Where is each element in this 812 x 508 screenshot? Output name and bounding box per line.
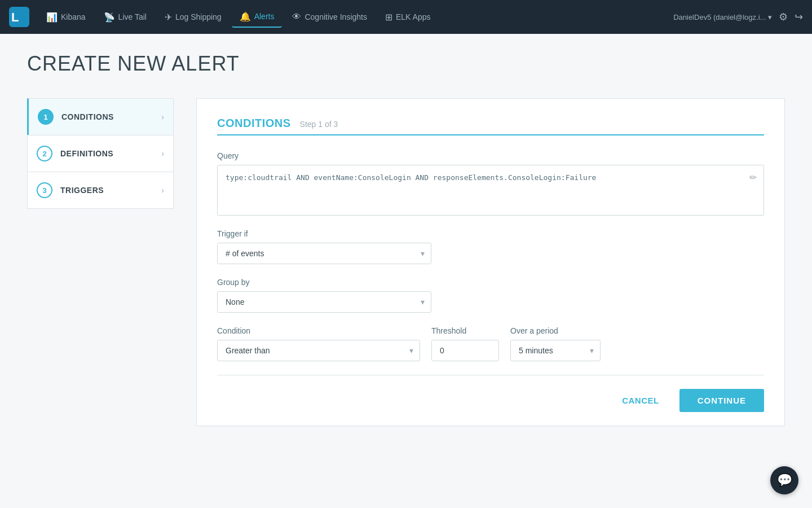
nav-cognitive-label: Cognitive Insights [304,12,367,21]
navbar: L 📊 Kibana 📡 Live Tail ✈ Log Shipping 🔔 … [0,0,812,34]
main-layout: 1 CONDITIONS › 2 DEFINITIONS › 3 TRIGGER… [27,98,785,426]
trigger-if-field-group: Trigger if # of events # of unique value… [217,229,764,264]
nav-elkapps[interactable]: ⊞ ELK Apps [377,7,439,27]
form-divider [217,134,764,135]
step-1-label: CONDITIONS [61,112,114,121]
period-col: Over a period 5 minutes 10 minutes 15 mi… [510,326,601,361]
group-by-field-group: Group by None Field1 Field2 ▾ [217,278,764,313]
period-wrapper: 5 minutes 10 minutes 15 minutes 30 minut… [510,340,601,361]
condition-label: Condition [217,326,420,335]
steps-sidebar: 1 CONDITIONS › 2 DEFINITIONS › 3 TRIGGER… [27,98,174,209]
layers-icon: ⊞ [385,12,392,23]
period-label: Over a period [510,326,601,335]
exit-icon[interactable]: ↪ [795,11,803,23]
nav-alerts-label: Alerts [254,12,275,21]
continue-button[interactable]: CONTINUE [679,389,764,412]
alerts-icon: 🔔 [240,11,251,22]
query-box[interactable]: type:cloudtrail AND eventName:ConsoleLog… [217,165,764,216]
step-1-number: 1 [38,109,54,125]
form-title: CONDITIONS [217,117,291,130]
nav-logshipping-label: Log Shipping [175,12,222,21]
period-select[interactable]: 5 minutes 10 minutes 15 minutes 30 minut… [510,340,601,361]
trigger-if-wrapper: # of events # of unique values ▾ [217,243,431,264]
step-triggers[interactable]: 3 TRIGGERS › [27,172,174,209]
form-footer: CANCEL CONTINUE [217,375,764,426]
edit-icon[interactable]: ✏ [749,172,757,183]
step-2-arrow: › [161,149,164,158]
nav-kibana-label: Kibana [61,12,86,21]
nav-kibana[interactable]: 📊 Kibana [38,7,94,27]
form-step-info: Step 1 of 3 [300,120,338,129]
nav-logshipping[interactable]: ✈ Log Shipping [157,7,230,27]
step-3-arrow: › [161,186,164,195]
step-1-arrow: › [161,112,164,121]
condition-col: Condition Greater than Less than Equal t… [217,326,420,361]
step-definitions[interactable]: 2 DEFINITIONS › [27,135,174,172]
group-by-select[interactable]: None Field1 Field2 [217,291,431,313]
query-text: type:cloudtrail AND eventName:ConsoleLog… [226,172,741,183]
query-label: Query [217,151,764,160]
step-2-label: DEFINITIONS [60,149,113,158]
group-by-label: Group by [217,278,764,287]
nav-alerts[interactable]: 🔔 Alerts [232,7,283,28]
nav-livetail-label: Live Tail [118,12,147,21]
threshold-col: Threshold [431,326,499,361]
condition-wrapper: Greater than Less than Equal to Not equa… [217,340,420,361]
step-conditions[interactable]: 1 CONDITIONS › [27,98,174,135]
condition-row: Condition Greater than Less than Equal t… [217,326,764,361]
step-3-number: 3 [37,182,52,198]
trigger-if-label: Trigger if [217,229,764,238]
step-3-label: TRIGGERS [60,186,104,195]
condition-field-group: Condition Greater than Less than Equal t… [217,326,764,361]
send-icon: ✈ [165,12,172,23]
query-field-group: Query type:cloudtrail AND eventName:Cons… [217,151,764,216]
group-by-wrapper: None Field1 Field2 ▾ [217,291,431,313]
page-content: CREATE NEW ALERT 1 CONDITIONS › 2 DEFINI… [0,34,812,444]
cancel-button[interactable]: CANCEL [611,389,670,412]
form-header: CONDITIONS Step 1 of 3 [217,117,764,130]
page-title: CREATE NEW ALERT [27,52,785,76]
chat-bubble[interactable]: 💬 [770,466,798,494]
navbar-right: DanielDev5 (daniel@logz.i... ▾ ⚙ ↪ [673,11,803,23]
brand-logo-container[interactable]: L [9,7,29,27]
condition-select[interactable]: Greater than Less than Equal to Not equa… [217,340,420,361]
nav-livetail[interactable]: 📡 Live Tail [96,7,155,27]
nav-user[interactable]: DanielDev5 (daniel@logz.i... ▾ [673,13,772,21]
svg-text:L: L [11,10,19,24]
broadcast-icon: 📡 [104,12,115,23]
form-panel: CONDITIONS Step 1 of 3 Query type:cloudt… [196,98,785,426]
chat-icon: 💬 [777,473,792,488]
bar-chart-icon: 📊 [46,12,58,23]
threshold-input[interactable] [431,340,499,361]
settings-icon[interactable]: ⚙ [779,11,788,23]
eye-icon: 👁 [292,12,301,22]
nav-cognitive[interactable]: 👁 Cognitive Insights [284,7,375,27]
threshold-label: Threshold [431,326,499,335]
step-2-number: 2 [37,146,52,161]
nav-elkapps-label: ELK Apps [396,12,431,21]
trigger-if-select[interactable]: # of events # of unique values [217,243,431,264]
